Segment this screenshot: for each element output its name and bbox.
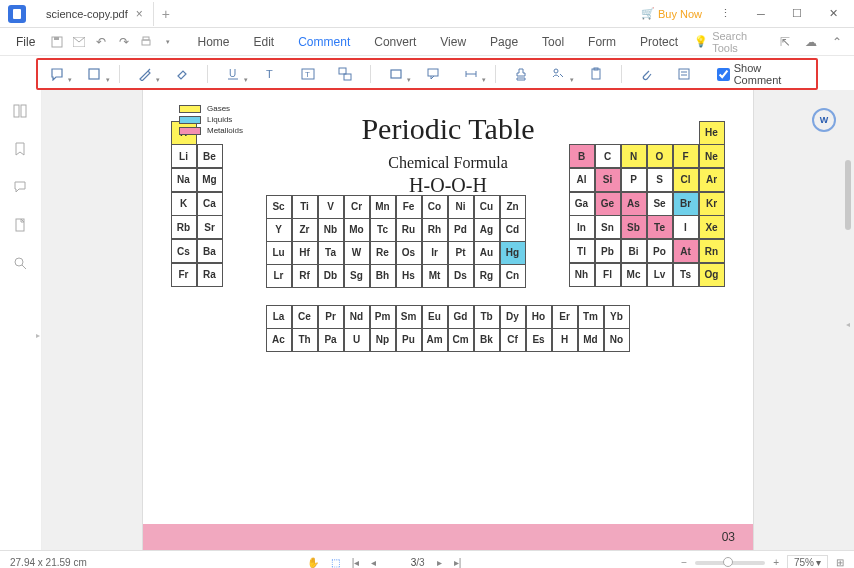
menu-tab-home[interactable]: Home — [186, 31, 242, 53]
lanthanide-block: LaCePrNdPmSmEuGdTbDyHoErTmYbAcThPaUNpPuA… — [171, 305, 725, 351]
collapse-ribbon-icon[interactable]: ⌃ — [828, 32, 846, 52]
menu-tab-form[interactable]: Form — [576, 31, 628, 53]
minimize-button[interactable]: ─ — [748, 1, 774, 27]
prev-page-button[interactable]: ◂ — [371, 557, 376, 568]
svg-text:T: T — [266, 68, 273, 80]
menu-icon[interactable]: ⋮ — [712, 1, 738, 27]
buy-now-link[interactable]: 🛒 Buy Now — [641, 7, 702, 20]
external-link-icon[interactable]: ⇱ — [776, 32, 794, 52]
last-page-button[interactable]: ▸| — [454, 557, 462, 568]
file-menu[interactable]: File — [8, 35, 43, 49]
menu-tab-convert[interactable]: Convert — [362, 31, 428, 53]
undo-icon[interactable]: ↶ — [92, 32, 110, 52]
close-tab-icon[interactable]: × — [136, 7, 143, 21]
element-cell: Ga — [569, 192, 595, 216]
search-tools-input[interactable]: 💡 Search Tools — [694, 30, 768, 54]
cloud-icon[interactable]: ☁ — [802, 32, 820, 52]
element-cell: Cr — [344, 195, 370, 219]
menu-tab-protect[interactable]: Protect — [628, 31, 690, 53]
element-cell: Al — [569, 168, 595, 192]
element-cell: Ac — [266, 328, 292, 352]
element-cell: Zn — [500, 195, 526, 219]
element-cell — [673, 121, 699, 145]
callout-tool[interactable] — [420, 63, 445, 85]
svg-rect-26 — [21, 105, 26, 117]
zoom-value[interactable]: 75% ▾ — [787, 555, 828, 568]
rectangle-tool[interactable] — [383, 63, 408, 85]
thumbnails-icon[interactable] — [13, 104, 29, 120]
signature-tool[interactable] — [546, 63, 571, 85]
cart-icon: 🛒 — [641, 7, 655, 20]
element-cell: Eu — [422, 305, 448, 329]
element-cell: Rf — [292, 264, 318, 288]
element-cell: Ne — [699, 144, 725, 168]
menu-tab-comment[interactable]: Comment — [286, 31, 362, 53]
show-comment-checkbox[interactable] — [717, 68, 730, 81]
attachments-rail-icon[interactable] — [13, 218, 29, 234]
attachment-tool[interactable] — [634, 63, 659, 85]
first-page-button[interactable]: |◂ — [352, 557, 360, 568]
page-indicator[interactable]: /3 — [388, 557, 424, 568]
zoom-out-button[interactable]: − — [681, 557, 687, 568]
zoom-in-button[interactable]: + — [773, 557, 779, 568]
element-cell: Hs — [396, 264, 422, 288]
search-rail-icon[interactable] — [13, 256, 29, 272]
svg-rect-5 — [143, 37, 149, 40]
mail-icon[interactable] — [70, 32, 88, 52]
element-cell: Pa — [318, 328, 344, 352]
bulb-icon: 💡 — [694, 35, 708, 48]
element-cell — [621, 121, 647, 145]
text-callout-tool[interactable] — [332, 63, 357, 85]
text-tool[interactable]: T — [257, 63, 282, 85]
expand-rail-icon[interactable]: ▸ — [34, 320, 42, 350]
text-box-tool[interactable]: T — [295, 63, 320, 85]
hand-tool-icon[interactable]: ✋ — [307, 557, 319, 568]
element-cell: Tm — [578, 305, 604, 329]
element-cell — [569, 121, 595, 145]
bookmark-icon[interactable] — [13, 142, 29, 158]
menu-tab-page[interactable]: Page — [478, 31, 530, 53]
svg-rect-2 — [54, 37, 59, 40]
app-icon — [8, 5, 26, 23]
element-cell: Pr — [318, 305, 344, 329]
element-cell: No — [604, 328, 630, 352]
show-comment-toggle[interactable]: Show Comment — [717, 62, 810, 86]
word-export-icon[interactable]: W — [812, 108, 836, 132]
element-cell: Db — [318, 264, 344, 288]
stamp-tool[interactable] — [508, 63, 533, 85]
element-cell: Re — [370, 241, 396, 265]
shape-note-tool[interactable] — [81, 63, 106, 85]
scrollbar[interactable] — [844, 150, 852, 510]
element-cell: Rh — [422, 218, 448, 242]
menu-tab-view[interactable]: View — [428, 31, 478, 53]
print-dropdown-icon[interactable]: ▾ — [159, 32, 177, 52]
side-rail: ▸ — [0, 90, 42, 550]
next-page-button[interactable]: ▸ — [437, 557, 442, 568]
document-tab[interactable]: science-copy.pdf × — [36, 2, 154, 26]
element-cell: B — [569, 144, 595, 168]
menu-tab-edit[interactable]: Edit — [242, 31, 287, 53]
fit-page-icon[interactable]: ⊞ — [836, 557, 844, 568]
pencil-tool[interactable] — [132, 63, 157, 85]
menu-tab-tool[interactable]: Tool — [530, 31, 576, 53]
comments-icon[interactable] — [13, 180, 29, 196]
save-icon[interactable] — [47, 32, 65, 52]
hide-comment-tool[interactable] — [671, 63, 696, 85]
zoom-slider[interactable] — [695, 561, 765, 565]
close-button[interactable]: ✕ — [820, 1, 846, 27]
eraser-tool[interactable] — [169, 63, 194, 85]
maximize-button[interactable]: ☐ — [784, 1, 810, 27]
select-tool-icon[interactable]: ⬚ — [331, 557, 340, 568]
element-cell: Cd — [500, 218, 526, 242]
element-cell: In — [569, 215, 595, 239]
expand-right-icon[interactable]: ◂ — [846, 320, 850, 329]
clipboard-tool[interactable] — [583, 63, 608, 85]
note-tool[interactable] — [44, 63, 69, 85]
distance-tool[interactable] — [458, 63, 483, 85]
underline-tool[interactable]: U — [220, 63, 245, 85]
redo-icon[interactable]: ↷ — [114, 32, 132, 52]
print-icon[interactable] — [137, 32, 155, 52]
new-tab-button[interactable]: + — [162, 6, 170, 22]
periodic-table: HLiBeNaMgKCaRbSrCsBaFrRa ScTiVCrMnFeCoNi… — [171, 195, 725, 287]
svg-rect-13 — [344, 74, 351, 80]
